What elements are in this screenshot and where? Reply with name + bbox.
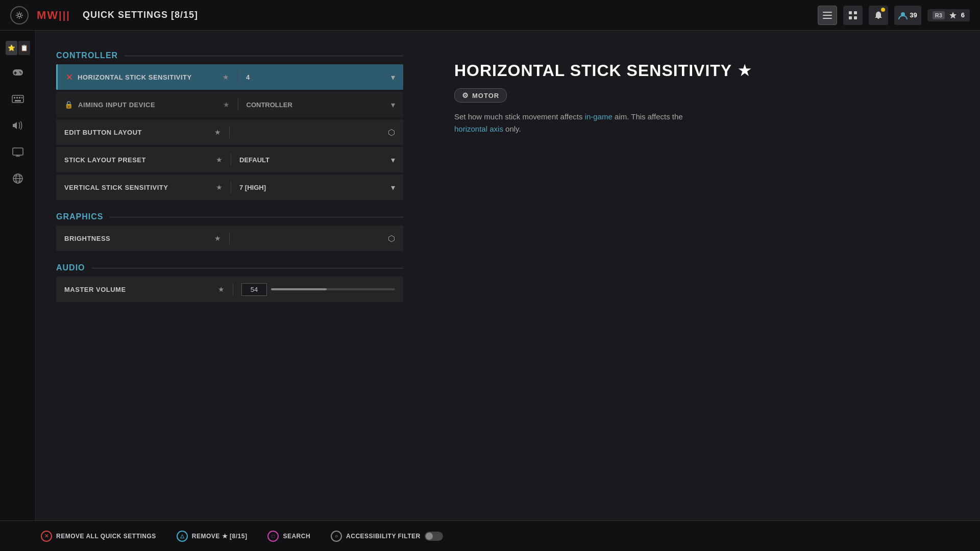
audio-section-header: AUDIO	[56, 263, 403, 272]
svg-rect-20	[13, 148, 23, 155]
search-label: SEARCH	[283, 533, 310, 540]
accessibility-action[interactable]: ○ ACCESSIBILITY FILTER	[331, 531, 443, 542]
controller-section-header: CONTROLLER	[56, 51, 403, 60]
row-aiming-input-device[interactable]: 🔒 AIMING INPUT DEVICE ★ CONTROLLER ▾	[56, 92, 403, 117]
row-divider-vertical	[231, 181, 231, 193]
accessibility-toggle-thumb	[426, 533, 433, 540]
row-value-horizontal: 4	[246, 73, 391, 81]
notification-btn[interactable]	[869, 6, 888, 25]
top-bar-right: 39 R3 6	[818, 6, 970, 25]
row-divider-master-volume	[233, 283, 233, 295]
sidebar-item-display[interactable]	[5, 141, 31, 163]
detail-title: HORIZONTAL STICK SENSITIVITY ★	[454, 61, 939, 80]
row-vertical-stick-sensitivity[interactable]: VERTICAL STICK SENSITIVITY ★ 7 [HIGH] ▾	[56, 174, 403, 200]
remove-star-action[interactable]: △ REMOVE ★ [8/15]	[177, 531, 248, 542]
controller-section-title: CONTROLLER	[56, 51, 118, 60]
sidebar-item-network[interactable]	[5, 167, 31, 190]
remove-star-icon: △	[177, 531, 188, 542]
player-number: 6	[961, 11, 965, 19]
remove-star-label: REMOVE ★ [8/15]	[192, 533, 248, 540]
desc-link-ingame[interactable]: in-game	[585, 112, 612, 121]
row-label-edit: EDIT BUTTON LAYOUT	[64, 129, 214, 136]
row-master-volume[interactable]: MASTER VOLUME ★ 54	[56, 277, 403, 302]
svg-rect-2	[823, 15, 832, 16]
controller-section: CONTROLLER ✕ HORIZONTAL STICK SENSITIVIT…	[56, 51, 403, 200]
volume-slider-container[interactable]: 54	[241, 283, 395, 296]
row-star-master-volume[interactable]: ★	[218, 285, 225, 293]
row-brightness[interactable]: BRIGHTNESS ★ ⬡	[56, 226, 403, 251]
detail-badge: ⚙ MOTOR	[454, 88, 507, 103]
external-link-icon: ⬡	[388, 128, 395, 137]
search-action[interactable]: □ SEARCH	[267, 531, 310, 542]
row-value-vertical: 7 [HIGH]	[239, 184, 391, 191]
row-divider-brightness	[229, 232, 230, 244]
chevron-down-icon: ▾	[391, 72, 395, 82]
desc-text-1: Set how much stick movement affects	[454, 112, 585, 121]
sidebar-tab-star[interactable]: ⭐	[6, 41, 17, 55]
grid-icon-btn[interactable]	[843, 6, 863, 25]
sidebar-tab-list[interactable]: 📋	[18, 41, 30, 55]
page-title: QUICK SETTINGS [8/15]	[83, 10, 198, 20]
volume-slider-track[interactable]	[271, 288, 395, 290]
player-count: 39	[910, 11, 917, 19]
svg-point-12	[19, 71, 20, 72]
row-star-vertical[interactable]: ★	[216, 183, 223, 191]
graphics-section-title: GRAPHICS	[56, 212, 103, 221]
row-label-stick-preset: STICK LAYOUT PRESET	[64, 156, 216, 164]
row-divider-stick-preset	[231, 154, 231, 166]
settings-circle-icon[interactable]	[10, 6, 29, 24]
svg-rect-1	[823, 12, 832, 13]
volume-value-box: 54	[241, 283, 267, 296]
detail-badge-text: MOTOR	[472, 92, 499, 99]
detail-description: Set how much stick movement affects in-g…	[454, 111, 709, 135]
row-star-edit[interactable]: ★	[214, 128, 221, 136]
chevron-down-aiming-icon: ▾	[391, 100, 395, 110]
lock-icon: 🔒	[64, 101, 73, 109]
r3-badge: R3	[933, 11, 945, 19]
menu-icon-btn[interactable]	[818, 6, 837, 25]
row-star-stick-preset[interactable]: ★	[216, 156, 223, 164]
chevron-down-vertical-icon: ▾	[391, 183, 395, 192]
top-bar-left: MW||| QUICK SETTINGS [8/15]	[10, 6, 198, 24]
svg-rect-5	[854, 11, 857, 14]
row-divider	[237, 71, 238, 83]
row-value-aiming: CONTROLLER	[247, 101, 391, 109]
sidebar-item-controller[interactable]	[5, 61, 31, 84]
svg-rect-16	[16, 97, 18, 98]
row-label-brightness: BRIGHTNESS	[64, 235, 214, 242]
player-icon-btn[interactable]: 39	[894, 6, 921, 25]
sidebar-item-audio[interactable]	[5, 114, 31, 137]
row-star-aiming[interactable]: ★	[223, 101, 230, 109]
remove-all-label: REMOVE ALL QUICK SETTINGS	[56, 533, 156, 540]
accessibility-toggle-track[interactable]	[425, 532, 443, 541]
graphics-section-header: GRAPHICS	[56, 212, 403, 221]
row-label-vertical: VERTICAL STICK SENSITIVITY	[64, 184, 216, 191]
main-content: CONTROLLER ✕ HORIZONTAL STICK SENSITIVIT…	[36, 31, 980, 520]
sidebar-item-keyboard[interactable]	[5, 88, 31, 110]
graphics-section: GRAPHICS BRIGHTNESS ★ ⬡	[56, 212, 403, 251]
svg-rect-6	[849, 16, 852, 19]
remove-all-action[interactable]: ✕ REMOVE ALL QUICK SETTINGS	[41, 531, 156, 542]
svg-point-0	[18, 14, 21, 17]
row-value-stick-preset: DEFAULT	[239, 156, 391, 164]
audio-section: AUDIO MASTER VOLUME ★ 54	[56, 263, 403, 302]
row-edit-button-layout[interactable]: EDIT BUTTON LAYOUT ★ ⬡	[56, 119, 403, 145]
desc-link-horizontal[interactable]: horizontal axis	[454, 124, 503, 133]
right-panel: HORIZONTAL STICK SENSITIVITY ★ ⚙ MOTOR S…	[424, 31, 980, 520]
desc-text-2: aim. This affects the	[612, 112, 683, 121]
row-stick-layout-preset[interactable]: STICK LAYOUT PRESET ★ DEFAULT ▾	[56, 147, 403, 172]
external-brightness-icon: ⬡	[388, 234, 395, 243]
left-panel: CONTROLLER ✕ HORIZONTAL STICK SENSITIVIT…	[36, 31, 424, 520]
remove-all-icon: ✕	[41, 531, 52, 542]
detail-title-text: HORIZONTAL STICK SENSITIVITY	[454, 61, 732, 80]
row-star-brightness[interactable]: ★	[214, 234, 221, 242]
svg-rect-18	[21, 97, 22, 98]
row-x-icon: ✕	[66, 72, 72, 82]
sidebar: ⭐ 📋	[0, 31, 36, 520]
svg-rect-17	[19, 97, 20, 98]
row-horizontal-stick-sensitivity[interactable]: ✕ HORIZONTAL STICK SENSITIVITY ★ 4 ▾	[56, 64, 403, 90]
player-info[interactable]: R3 6	[927, 9, 970, 21]
row-star-horizontal[interactable]: ★	[223, 73, 229, 81]
motor-icon: ⚙	[462, 91, 469, 99]
svg-rect-15	[14, 97, 15, 98]
